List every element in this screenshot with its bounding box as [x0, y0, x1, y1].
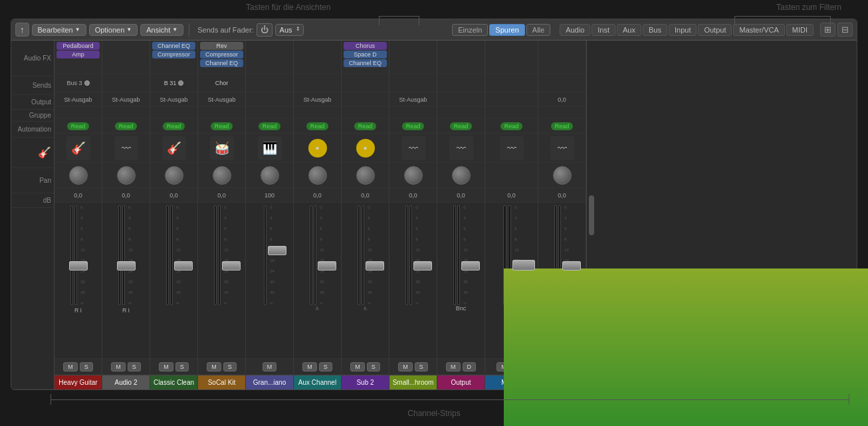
mute-btn-aux[interactable]: M: [302, 362, 317, 372]
solo-btn-sub2[interactable]: S: [367, 362, 380, 372]
sends-row-audio2: [102, 74, 150, 92]
fx-pedalboard[interactable]: Pedalboard: [56, 42, 100, 50]
filter-btn-audio[interactable]: Audio: [560, 24, 590, 36]
output-output: [437, 92, 485, 107]
automation-heavy-guitar: Read: [54, 119, 102, 134]
ms-row-gran-piano: M: [246, 359, 293, 375]
sends-power-button[interactable]: ⏻: [257, 23, 272, 37]
fader-handle-smallroom[interactable]: [413, 261, 432, 270]
mute-btn-classic-clean[interactable]: M: [159, 362, 173, 372]
pan-knob-aux[interactable]: [308, 166, 327, 185]
channel-icon-classic-clean[interactable]: 🎸: [162, 136, 186, 160]
send-dot[interactable]: [84, 80, 90, 86]
view-btn-alle[interactable]: Alle: [526, 24, 550, 36]
pan-knob-gran-piano[interactable]: [261, 166, 279, 185]
db-classic-clean: 0,0: [150, 188, 197, 203]
channel-icon-socal-kit[interactable]: 🥁: [210, 136, 234, 160]
filter-btn-input[interactable]: Input: [669, 24, 697, 36]
view-btn-spuren[interactable]: Spuren: [489, 24, 524, 36]
fx-channel-eq-socal[interactable]: Channel EQ: [200, 59, 243, 67]
fx-row-audio2: [102, 41, 150, 74]
pan-knob-classic-clean[interactable]: [165, 166, 183, 185]
mute-btn-smallroom[interactable]: M: [398, 362, 413, 372]
solo-btn-classic-clean[interactable]: S: [175, 362, 189, 372]
auto-audio2: Read: [102, 119, 150, 134]
channel-icon-gran-piano[interactable]: 🎹: [258, 136, 282, 160]
sends-row-socal-kit: Chor: [198, 74, 245, 92]
filter-btn-output[interactable]: Output: [698, 24, 732, 36]
pan-knob-smallroom[interactable]: [404, 166, 423, 185]
fader-handle-heavy-guitar[interactable]: [69, 261, 88, 270]
pan-knob-audio2[interactable]: [117, 166, 136, 185]
output-heavy-guitar: St-Ausgab: [54, 92, 102, 107]
name-bar-socal-kit: SoCal Kit: [198, 375, 245, 389]
pan-icon-label-row: 🎸: [11, 138, 54, 168]
name-bar-gran-piano: Gran...iano: [246, 375, 293, 389]
send-dot-classic[interactable]: [178, 80, 183, 86]
pan-output: [437, 163, 485, 188]
fx-row-output: [437, 41, 485, 74]
fader-handle-classic-clean[interactable]: [174, 261, 193, 270]
solo-btn-smallroom[interactable]: S: [415, 362, 428, 372]
channel-icon-sub2[interactable]: ●: [356, 139, 375, 158]
solo-btn-socal-kit[interactable]: S: [223, 362, 237, 372]
name-bar-aux: Aux Channel: [294, 375, 341, 389]
layout-btn-grid[interactable]: ⊞: [820, 23, 835, 37]
mute-btn-audio2[interactable]: M: [111, 362, 126, 372]
channel-icon-master[interactable]: 〰: [500, 136, 524, 160]
fx-amp[interactable]: Amp: [56, 51, 100, 58]
solo-btn-aux[interactable]: S: [319, 362, 332, 372]
channel-icon-smallroom[interactable]: 〰: [401, 136, 425, 160]
channel-icon-aux[interactable]: ●: [308, 139, 327, 158]
ansicht-button[interactable]: Ansicht ▼: [140, 24, 183, 36]
sends-dropdown[interactable]: Aus ⇕: [275, 24, 304, 36]
mute-btn-socal-kit[interactable]: M: [207, 362, 221, 372]
pan-sub1: [538, 163, 586, 188]
fader-handle-output[interactable]: [461, 261, 480, 270]
solo-btn-heavy-guitar[interactable]: S: [80, 362, 93, 372]
fader-handle-gran-piano[interactable]: [268, 246, 286, 255]
fader-handle-sub1[interactable]: [562, 261, 581, 270]
mute-btn-gran-piano[interactable]: M: [263, 362, 277, 372]
channel-icon-output[interactable]: 〰: [449, 136, 473, 160]
fx-rev[interactable]: Rev: [200, 42, 243, 50]
fader-handle-sub2[interactable]: [366, 261, 384, 270]
fader-handle-socal-kit[interactable]: [222, 261, 241, 270]
view-btn-einzeln[interactable]: Einzeln: [452, 24, 488, 36]
mute-btn-output[interactable]: M: [446, 362, 461, 372]
fx-compressor[interactable]: Compressor: [152, 51, 195, 58]
channel-icon-heavy-guitar[interactable]: 🎸: [66, 136, 90, 160]
filter-btn-mastervca[interactable]: Master/VCA: [733, 24, 784, 36]
channel-icon-audio2[interactable]: 〰: [114, 136, 138, 160]
layout-btn-list[interactable]: ⊟: [837, 23, 853, 37]
pan-knob-sub2[interactable]: [356, 166, 375, 185]
pan-knob-sub1[interactable]: [553, 166, 572, 185]
pan-knob-socal-kit[interactable]: [213, 166, 231, 185]
pan-knob-heavy-guitar[interactable]: [69, 166, 88, 185]
fader-handle-aux[interactable]: [318, 261, 336, 270]
filter-btn-aux[interactable]: Aux: [617, 24, 641, 36]
fader-handle-audio2[interactable]: [117, 261, 136, 270]
fx-spaced[interactable]: Space D: [344, 51, 387, 58]
optionen-button[interactable]: Optionen ▼: [89, 24, 138, 36]
pan-knob-output[interactable]: [452, 166, 471, 185]
fx-channel-eq-sub2[interactable]: Channel EQ: [344, 59, 387, 67]
toolbar: ↑ Bearbeiten ▼ Optionen ▼ Ansicht ▼ Send…: [11, 19, 857, 41]
fader-handle-master[interactable]: [512, 260, 535, 270]
filter-btn-bus[interactable]: Bus: [643, 24, 667, 36]
solo-btn-audio2[interactable]: S: [128, 362, 141, 372]
icon-aux: ●: [294, 134, 341, 163]
mute-btn-sub2[interactable]: M: [350, 362, 365, 372]
fx-chorus[interactable]: Chorus: [344, 42, 387, 50]
icon-sub2: ●: [342, 134, 389, 163]
channel-icon-sub1[interactable]: 〰: [550, 136, 574, 160]
name-bar-classic-clean: Classic Clean: [150, 375, 197, 389]
fx-compressor-socal[interactable]: Compressor: [200, 51, 243, 58]
fx-channel-eq[interactable]: Channel EQ: [152, 42, 195, 50]
bearbeiten-button[interactable]: Bearbeiten ▼: [32, 24, 86, 36]
filter-btn-midi[interactable]: MIDI: [786, 24, 814, 36]
filter-btn-inst[interactable]: Inst: [592, 24, 615, 36]
mute-btn-heavy-guitar[interactable]: M: [63, 362, 78, 372]
up-arrow-button[interactable]: ↑: [15, 23, 29, 37]
d-btn-output[interactable]: D: [463, 362, 477, 372]
